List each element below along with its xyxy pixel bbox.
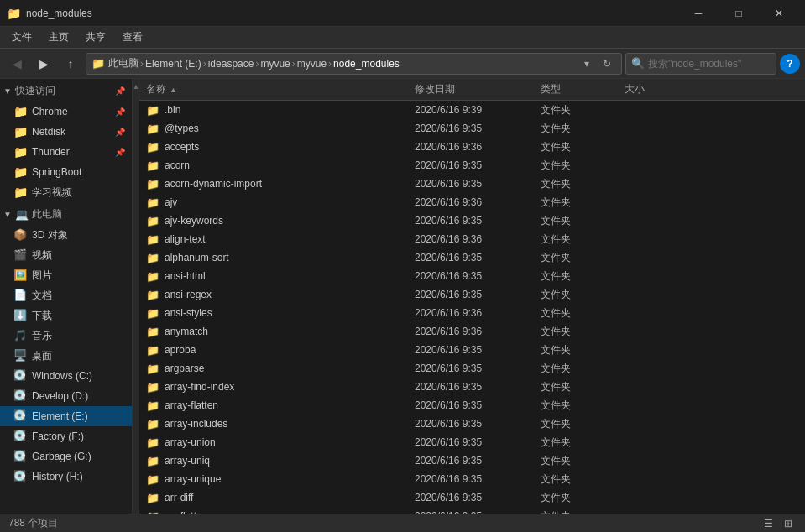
menu-share[interactable]: 共享 bbox=[77, 29, 114, 46]
table-row[interactable]: 📁 array-flatten 2020/6/16 9:35 文件夹 bbox=[139, 396, 805, 415]
drive-d-icon: 💽 bbox=[13, 389, 27, 403]
sidebar-docs-label: 文档 bbox=[32, 289, 52, 303]
sidebar-item-springboot[interactable]: 📁 SpringBoot bbox=[0, 162, 132, 182]
folder-icon: 📁 bbox=[146, 307, 159, 320]
file-type: 文件夹 bbox=[541, 417, 625, 431]
details-view-button[interactable]: ☰ bbox=[760, 516, 776, 531]
sidebar-item-chrome[interactable]: 📁 Chrome 📌 bbox=[0, 102, 132, 122]
table-row[interactable]: 📁 alphanum-sort 2020/6/16 9:35 文件夹 bbox=[139, 248, 805, 267]
tiles-view-button[interactable]: ⊞ bbox=[780, 516, 797, 531]
table-row[interactable]: 📁 align-text 2020/6/16 9:36 文件夹 bbox=[139, 230, 805, 248]
breadcrumb-node-modules[interactable]: node_modules bbox=[333, 58, 400, 70]
menu-file[interactable]: 文件 bbox=[3, 29, 40, 46]
sidebar-quick-access-header[interactable]: ▼ 快速访问 📌 bbox=[0, 79, 132, 102]
file-date: 2020/6/16 9:35 bbox=[415, 399, 541, 411]
table-row[interactable]: 📁 ajv-keywords 2020/6/16 9:35 文件夹 bbox=[139, 211, 805, 230]
col-date-header[interactable]: 修改日期 bbox=[415, 82, 541, 96]
sidebar-desktop[interactable]: 🖥️ 桌面 bbox=[0, 346, 132, 366]
col-name-header[interactable]: 名称 ▲ bbox=[146, 82, 415, 96]
drive-c-icon: 💽 bbox=[13, 369, 27, 383]
table-row[interactable]: 📁 .bin 2020/6/16 9:39 文件夹 bbox=[139, 101, 805, 119]
folder-icon: 📁 bbox=[13, 125, 27, 138]
sidebar-drive-f[interactable]: 💽 Factory (F:) bbox=[0, 426, 132, 446]
table-row[interactable]: 📁 argparse 2020/6/16 9:35 文件夹 bbox=[139, 359, 805, 378]
table-row[interactable]: 📁 ansi-regex 2020/6/16 9:35 文件夹 bbox=[139, 285, 805, 304]
back-button[interactable]: ◀ bbox=[5, 52, 29, 76]
title-bar: 📁 node_modules ─ □ ✕ bbox=[0, 0, 805, 27]
folder-icon: 📁 bbox=[146, 233, 159, 246]
breadcrumb-myvue1[interactable]: myvue bbox=[260, 58, 290, 70]
sidebar-downloads[interactable]: ⬇️ 下载 bbox=[0, 305, 132, 326]
maximize-button[interactable]: □ bbox=[719, 0, 758, 27]
search-input[interactable] bbox=[648, 58, 774, 70]
table-row[interactable]: 📁 arr-flatten 2020/6/16 9:35 文件夹 bbox=[139, 507, 805, 514]
table-row[interactable]: 📁 array-uniq 2020/6/16 9:35 文件夹 bbox=[139, 451, 805, 470]
table-row[interactable]: 📁 arr-diff 2020/6/16 9:35 文件夹 bbox=[139, 488, 805, 507]
address-bar[interactable]: 📁 此电脑 › Element (E:) › ideaspace › myvue… bbox=[86, 53, 622, 75]
sidebar-drive-c[interactable]: 💽 Windows (C:) bbox=[0, 366, 132, 386]
breadcrumb-myvue2[interactable]: myvue bbox=[297, 58, 327, 70]
close-button[interactable]: ✕ bbox=[760, 0, 798, 27]
sidebar-item-netdisk[interactable]: 📁 Netdisk 📌 bbox=[0, 122, 132, 142]
menu-view[interactable]: 查看 bbox=[114, 29, 151, 46]
3d-icon: 📦 bbox=[13, 228, 27, 242]
table-row[interactable]: 📁 array-unique 2020/6/16 9:35 文件夹 bbox=[139, 470, 805, 488]
folder-icon: 📁 bbox=[146, 215, 159, 227]
minimize-button[interactable]: ─ bbox=[679, 0, 718, 27]
table-row[interactable]: 📁 ajv 2020/6/16 9:36 文件夹 bbox=[139, 193, 805, 211]
sidebar-item-thunder[interactable]: 📁 Thunder 📌 bbox=[0, 142, 132, 162]
table-row[interactable]: 📁 aproba 2020/6/16 9:35 文件夹 bbox=[139, 341, 805, 359]
table-row[interactable]: 📁 array-includes 2020/6/16 9:35 文件夹 bbox=[139, 415, 805, 433]
menu-bar: 文件 主页 共享 查看 bbox=[0, 27, 805, 49]
sidebar-docs[interactable]: 📄 文档 bbox=[0, 285, 132, 305]
breadcrumb-pc[interactable]: 此电脑 bbox=[108, 56, 139, 70]
search-box[interactable]: 🔍 bbox=[625, 53, 776, 75]
table-row[interactable]: 📁 acorn 2020/6/16 9:35 文件夹 bbox=[139, 156, 805, 175]
breadcrumb-drive[interactable]: Element (E:) bbox=[145, 58, 201, 70]
table-row[interactable]: 📁 array-union 2020/6/16 9:35 文件夹 bbox=[139, 433, 805, 451]
dropdown-arrow[interactable]: ▾ bbox=[578, 55, 596, 73]
sidebar-music[interactable]: 🎵 音乐 bbox=[0, 326, 132, 346]
sidebar-drive-d[interactable]: 💽 Develop (D:) bbox=[0, 386, 132, 406]
sidebar-drive-e[interactable]: 💽 Element (E:) bbox=[0, 406, 132, 426]
refresh-button[interactable]: ↻ bbox=[598, 55, 616, 73]
folder-icon: 📁 bbox=[146, 399, 159, 412]
file-type: 文件夹 bbox=[541, 269, 625, 284]
window-title: node_modules bbox=[26, 8, 92, 19]
sidebar-item-thunder-label: Thunder bbox=[32, 146, 70, 158]
file-list[interactable]: 📁 .bin 2020/6/16 9:39 文件夹 📁 @types 2020/… bbox=[139, 101, 805, 514]
file-name: array-find-index bbox=[165, 381, 234, 393]
col-type-header[interactable]: 类型 bbox=[541, 82, 625, 96]
sidebar-3d[interactable]: 📦 3D 对象 bbox=[0, 225, 132, 245]
sidebar-drive-h[interactable]: 💽 History (H:) bbox=[0, 467, 132, 487]
table-row[interactable]: 📁 anymatch 2020/6/16 9:36 文件夹 bbox=[139, 322, 805, 341]
help-button[interactable]: ? bbox=[780, 54, 800, 74]
forward-button[interactable]: ▶ bbox=[32, 52, 55, 76]
file-name: acorn-dynamic-import bbox=[165, 178, 262, 190]
menu-home[interactable]: 主页 bbox=[40, 29, 77, 46]
table-row[interactable]: 📁 ansi-html 2020/6/16 9:35 文件夹 bbox=[139, 267, 805, 285]
folder-icon: 📁 bbox=[146, 362, 159, 375]
sidebar-thispc-header[interactable]: ▼ 💻 此电脑 bbox=[0, 202, 132, 225]
sidebar-item-study[interactable]: 📁 学习视频 bbox=[0, 182, 132, 202]
file-date: 2020/6/16 9:36 bbox=[415, 307, 541, 319]
col-name-label: 名称 bbox=[146, 82, 166, 96]
table-row[interactable]: 📁 acorn-dynamic-import 2020/6/16 9:35 文件… bbox=[139, 175, 805, 193]
file-name: argparse bbox=[165, 362, 204, 374]
sidebar-drive-g[interactable]: 💽 Garbage (G:) bbox=[0, 446, 132, 467]
sidebar-pictures[interactable]: 🖼️ 图片 bbox=[0, 265, 132, 285]
table-row[interactable]: 📁 @types 2020/6/16 9:35 文件夹 bbox=[139, 119, 805, 138]
file-type: 文件夹 bbox=[541, 177, 625, 191]
column-headers: 名称 ▲ 修改日期 类型 大小 bbox=[139, 79, 805, 101]
table-row[interactable]: 📁 array-find-index 2020/6/16 9:35 文件夹 bbox=[139, 378, 805, 396]
col-size-header[interactable]: 大小 bbox=[625, 82, 692, 96]
up-button[interactable]: ↑ bbox=[59, 52, 82, 76]
sidebar-video[interactable]: 🎬 视频 bbox=[0, 245, 132, 265]
file-date: 2020/6/16 9:35 bbox=[415, 123, 541, 134]
file-date: 2020/6/16 9:35 bbox=[415, 159, 541, 171]
breadcrumb-ideasspace[interactable]: ideaspace bbox=[208, 58, 254, 70]
table-row[interactable]: 📁 ansi-styles 2020/6/16 9:36 文件夹 bbox=[139, 304, 805, 322]
sort-arrow: ▲ bbox=[170, 86, 177, 94]
table-row[interactable]: 📁 accepts 2020/6/16 9:36 文件夹 bbox=[139, 138, 805, 156]
file-type: 文件夹 bbox=[541, 103, 625, 117]
